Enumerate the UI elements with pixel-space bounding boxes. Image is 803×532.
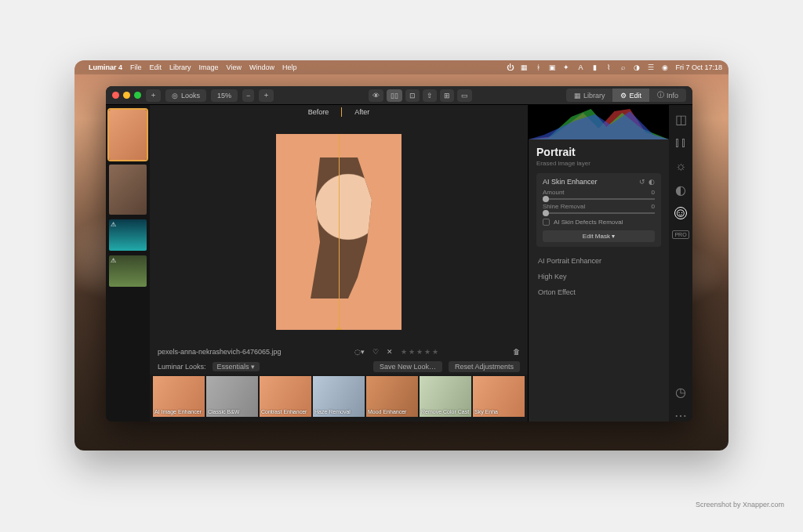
status-bluetooth-icon[interactable]: ᚼ (534, 63, 542, 71)
save-look-button[interactable]: Save New Look… (373, 361, 442, 372)
grid-toggle-button[interactable]: ⊞ (440, 89, 454, 102)
histogram[interactable] (529, 105, 669, 139)
canvas-image[interactable] (276, 134, 402, 330)
amount-slider-thumb[interactable] (543, 196, 549, 202)
share-button[interactable]: ⇧ (423, 89, 437, 102)
history-icon[interactable]: ◷ (674, 385, 687, 398)
menubar-image[interactable]: Image (199, 63, 219, 71)
filmstrip-thumb[interactable]: ⚠ (109, 219, 147, 251)
menubar-clock[interactable]: Fri 7 Oct 17:18 (675, 63, 722, 71)
menubar-app-name[interactable]: Luminar 4 (89, 63, 122, 71)
filename-bar: pexels-anna-nekrashevich-6476065.jpg ◌▾ … (150, 345, 528, 359)
status-notifications-icon[interactable]: ☰ (647, 63, 655, 71)
menubar-edit[interactable]: Edit (150, 63, 162, 71)
shine-slider-thumb[interactable] (543, 210, 549, 216)
look-preset[interactable]: AI Image Enhancer (153, 376, 205, 417)
status-siri-icon[interactable]: ◉ (661, 63, 669, 71)
compare-slider-handle[interactable] (336, 327, 342, 330)
favorite-icon[interactable]: ♡ (372, 348, 379, 356)
status-input-icon[interactable]: A (576, 63, 584, 71)
look-preset[interactable]: Remove Color Cast (420, 376, 471, 417)
warning-icon: ⚠ (111, 221, 116, 228)
portrait-icon[interactable]: ☺ (674, 207, 687, 219)
defects-checkbox[interactable] (543, 219, 550, 226)
look-preset[interactable]: Sky Enha (473, 376, 525, 417)
status-wifi-icon[interactable]: ⌇ (605, 63, 612, 71)
tool-name[interactable]: AI Skin Enhancer (543, 178, 598, 186)
tab-edit[interactable]: ⚙ Edit (612, 89, 649, 102)
menubar-file[interactable]: File (130, 63, 142, 71)
toggle-visibility-icon[interactable]: ◐ (649, 178, 655, 186)
zoom-in-button[interactable]: ＋ (259, 89, 274, 102)
flag-icon[interactable]: ◌▾ (354, 348, 365, 356)
zoom-out-button[interactable]: − (242, 89, 254, 102)
edit-mask-button[interactable]: Edit Mask ▾ (543, 230, 655, 242)
filmstrip-thumb[interactable] (109, 165, 147, 215)
add-button[interactable]: ＋ (146, 89, 161, 102)
after-label: After (354, 108, 369, 116)
pro-badge[interactable]: PRO (672, 230, 689, 239)
reset-adjustments-button[interactable]: Reset Adjustments (449, 361, 520, 372)
undo-icon[interactable]: ↺ (639, 178, 645, 186)
menubar-library[interactable]: Library (169, 63, 191, 71)
zoom-dropdown[interactable]: 15% (211, 89, 238, 102)
shine-slider[interactable] (543, 212, 655, 214)
status-battery-icon[interactable]: ▮ (590, 63, 598, 71)
info-icon: ⓘ (657, 90, 664, 100)
close-window-button[interactable] (112, 92, 119, 99)
filmstrip-thumb[interactable]: ⚠ (109, 255, 147, 287)
panel-subtitle: Erased image layer (536, 160, 661, 167)
essentials-icon[interactable]: ☼ (674, 160, 687, 172)
canvas-pane: Before After pexels-anna-nekrashevich-64… (150, 105, 528, 422)
minimize-window-button[interactable] (123, 92, 130, 99)
compare-slider-line[interactable] (339, 134, 340, 330)
status-icon[interactable]: ▦ (520, 63, 528, 71)
tool-orton-effect[interactable]: Orton Effect (536, 284, 661, 300)
menubar-help[interactable]: Help (282, 63, 297, 71)
luminar-app-window: ＋ ◎ Looks 15% − ＋ 👁 ▯▯ ⊡ ⇧ ⊞ ▭ ▦ Li (106, 86, 692, 422)
canvas-tools-icon[interactable]: ⫿⫿ (674, 136, 687, 149)
status-airplay-icon[interactable]: ▣ (548, 63, 556, 71)
status-icon[interactable]: ◑ (633, 63, 641, 71)
fullscreen-window-button[interactable] (134, 92, 141, 99)
more-icon[interactable]: ⋯ (674, 409, 687, 422)
app-titlebar: ＋ ◎ Looks 15% − ＋ 👁 ▯▯ ⊡ ⇧ ⊞ ▭ ▦ Li (106, 86, 692, 105)
single-toggle-button[interactable]: ▭ (457, 89, 472, 102)
look-preset[interactable]: Contrast Enhancer (260, 376, 311, 417)
menubar-window[interactable]: Window (249, 63, 274, 71)
before-label: Before (308, 108, 329, 116)
panel-title: Portrait (536, 146, 661, 158)
rating-stars[interactable]: ★★★★★ (401, 348, 440, 356)
tool-ai-portrait-enhancer[interactable]: AI Portrait Enhancer (536, 253, 661, 269)
amount-slider[interactable] (543, 198, 655, 200)
looks-label: Looks (181, 92, 200, 100)
inspector-panel: Portrait Erased image layer AI Skin Enha… (528, 105, 669, 422)
shine-value: 0 (652, 203, 655, 210)
status-icon[interactable]: ✦ (562, 63, 570, 71)
look-preset[interactable]: Haze Removal (313, 376, 365, 417)
status-icon[interactable]: ⏻ (506, 63, 514, 71)
tab-info[interactable]: ⓘ Info (649, 89, 686, 102)
tab-edit-label: Edit (629, 92, 641, 100)
tool-high-key[interactable]: High Key (536, 269, 661, 284)
preview-toggle-button[interactable]: 👁 (369, 89, 383, 102)
compare-labels: Before After (150, 105, 528, 119)
compare-view-button[interactable]: ▯▯ (387, 89, 402, 102)
crop-button[interactable]: ⊡ (405, 89, 420, 102)
menubar-view[interactable]: View (227, 63, 242, 71)
status-search-icon[interactable]: ⌕ (619, 63, 627, 71)
reject-icon[interactable]: ✕ (387, 348, 393, 356)
creative-icon[interactable]: ◐ (674, 183, 687, 196)
trash-icon[interactable]: 🗑 (513, 348, 520, 356)
tab-library[interactable]: ▦ Library (566, 89, 613, 102)
filmstrip-thumb[interactable] (109, 110, 147, 160)
look-preset[interactable]: Mood Enhancer (366, 376, 418, 417)
look-preset[interactable]: Classic B&W (206, 376, 258, 417)
layers-icon[interactable]: ◫ (674, 113, 687, 125)
looks-meta-bar: Luminar Looks: Essentials ▾ Save New Loo… (150, 359, 528, 375)
looks-category-dropdown[interactable]: Essentials ▾ (213, 362, 260, 371)
workspace-tabs: ▦ Library ⚙ Edit ⓘ Info (566, 89, 686, 102)
desktop-window: Luminar 4 File Edit Library Image View W… (74, 60, 729, 451)
window-controls (112, 92, 141, 99)
looks-dropdown[interactable]: ◎ Looks (165, 89, 206, 102)
